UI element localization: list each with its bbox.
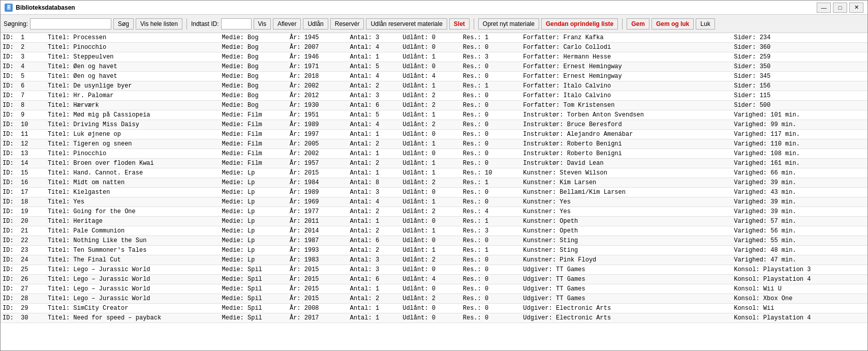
id-input[interactable] xyxy=(221,18,252,30)
table-row[interactable]: ID: 2 Titel: Pinocchio Medie: Bog År: 20… xyxy=(1,43,867,52)
cell-udlaant: Udlånt: 2 xyxy=(400,91,461,101)
luk-button[interactable]: Luk xyxy=(696,18,715,30)
cell-res: Res.: 0 xyxy=(461,265,521,275)
cell-antal: Antal: 5 xyxy=(348,110,400,120)
cell-aar: År: 1971 xyxy=(288,62,348,72)
cell-udlaant: Udlånt: 2 xyxy=(400,207,461,217)
cell-id: ID: 15 xyxy=(1,168,46,178)
table-row[interactable]: ID: 18 Titel: Yes Medie: Lp År: 1969 Ant… xyxy=(1,197,867,207)
cell-id: ID: 16 xyxy=(1,178,46,188)
cell-antal: Antal: 6 xyxy=(348,236,400,246)
cell-udlaant: Udlånt: 0 xyxy=(400,130,461,139)
cell-udlaant: Udlånt: 2 xyxy=(400,294,461,304)
cell-udlaant: Udlånt: 4 xyxy=(400,275,461,284)
close-button[interactable]: ✕ xyxy=(849,3,863,13)
opret-button[interactable]: Opret nyt materiale xyxy=(478,18,539,30)
cell-antal: Antal: 4 xyxy=(348,197,400,207)
cell-aar: År: 1969 xyxy=(288,197,348,207)
search-button[interactable]: Søg xyxy=(113,18,134,30)
slet-button[interactable]: Slet xyxy=(449,18,470,30)
table-row[interactable]: ID: 19 Titel: Going for the One Medie: L… xyxy=(1,207,867,217)
cell-medie: Medie: Spil xyxy=(220,265,288,275)
cell-antal: Antal: 6 xyxy=(348,101,400,110)
cell-id: ID: 4 xyxy=(1,62,46,72)
cell-last: Varighed: 39 min. xyxy=(732,207,867,217)
gendan-button[interactable]: Gendan oprindelig liste xyxy=(541,18,618,30)
table-row[interactable]: ID: 16 Titel: Midt om natten Medie: Lp Å… xyxy=(1,178,867,188)
cell-medie: Medie: Spil xyxy=(220,275,288,284)
table-row[interactable]: ID: 10 Titel: Driving Miss Daisy Medie: … xyxy=(1,120,867,130)
cell-udlaant: Udlånt: 0 xyxy=(400,149,461,159)
cell-titel: Titel: Øen og havet xyxy=(46,72,220,81)
cell-last: Sider: 156 xyxy=(732,81,867,91)
table-row[interactable]: ID: 25 Titel: Lego – Jurassic World Medi… xyxy=(1,265,867,275)
table-row[interactable]: ID: 28 Titel: Lego – Jurassic World Medi… xyxy=(1,294,867,304)
table-row[interactable]: ID: 5 Titel: Øen og havet Medie: Bog År:… xyxy=(1,72,867,81)
cell-id: ID: 27 xyxy=(1,284,46,294)
table-row[interactable]: ID: 21 Titel: Pale Communion Medie: Lp Å… xyxy=(1,226,867,236)
search-label: Søgning: xyxy=(4,20,28,27)
cell-titel: Titel: Hærværk xyxy=(46,101,220,110)
separator-2 xyxy=(474,18,474,30)
table-row[interactable]: ID: 12 Titel: Tigeren og sneen Medie: Fi… xyxy=(1,139,867,149)
cell-titel: Titel: SimCity Creator xyxy=(46,304,220,313)
table-row[interactable]: ID: 24 Titel: The Final Cut Medie: Lp År… xyxy=(1,255,867,265)
cell-udlaant: Udlånt: 2 xyxy=(400,255,461,265)
table-row[interactable]: ID: 14 Titel: Broen over floden Kwai Med… xyxy=(1,159,867,168)
cell-antal: Antal: 2 xyxy=(348,207,400,217)
cell-extra: Kunstner: Yes xyxy=(521,207,732,217)
cell-udlaant: Udlånt: 0 xyxy=(400,284,461,294)
table-row[interactable]: ID: 3 Titel: Steppeulven Medie: Bog År: … xyxy=(1,52,867,62)
cell-last: Varighed: 161 min. xyxy=(732,159,867,168)
table-row[interactable]: ID: 17 Titel: Kielgasten Medie: Lp År: 1… xyxy=(1,188,867,197)
cell-last: Varighed: 57 min. xyxy=(732,217,867,226)
table-row[interactable]: ID: 27 Titel: Lego – Jurassic World Medi… xyxy=(1,284,867,294)
content-area[interactable]: ID: 1 Titel: Processen Medie: Bog År: 19… xyxy=(1,33,867,350)
cell-udlaant: Udlånt: 2 xyxy=(400,120,461,130)
cell-medie: Medie: Bog xyxy=(220,43,288,52)
cell-extra: Kunstner: Sting xyxy=(521,236,732,246)
gem-luk-button[interactable]: Gem og luk xyxy=(652,18,694,30)
cell-udlaant: Udlånt: 0 xyxy=(400,33,461,43)
cell-extra: Instruktør: Roberto Benigni xyxy=(521,149,732,159)
cell-titel: Titel: Need for speed – payback xyxy=(46,313,220,323)
gem-button[interactable]: Gem xyxy=(627,18,649,30)
table-row[interactable]: ID: 7 Titel: Hr. Palomar Medie: Bog År: … xyxy=(1,91,867,101)
minimize-button[interactable]: — xyxy=(817,3,831,13)
table-row[interactable]: ID: 29 Titel: SimCity Creator Medie: Spi… xyxy=(1,304,867,313)
table-row[interactable]: ID: 1 Titel: Processen Medie: Bog År: 19… xyxy=(1,33,867,43)
table-row[interactable]: ID: 4 Titel: Øen og havet Medie: Bog År:… xyxy=(1,62,867,72)
cell-antal: Antal: 3 xyxy=(348,91,400,101)
cell-extra: Udgiver: TT Games xyxy=(521,284,732,294)
udlaan-res-button[interactable]: Udlån reserveret materiale xyxy=(366,18,447,30)
cell-last: Varighed: 99 min. xyxy=(732,120,867,130)
table-row[interactable]: ID: 22 Titel: Nothing Like the Sun Medie… xyxy=(1,236,867,246)
table-row[interactable]: ID: 8 Titel: Hærværk Medie: Bog År: 1930… xyxy=(1,101,867,110)
cell-extra: Forfatter: Carlo Collodi xyxy=(521,43,732,52)
table-row[interactable]: ID: 15 Titel: Hand. Cannot. Erase Medie:… xyxy=(1,168,867,178)
table-row[interactable]: ID: 26 Titel: Lego – Jurassic World Medi… xyxy=(1,275,867,284)
reserv-button[interactable]: Reservér xyxy=(330,18,364,30)
udlaan-button[interactable]: Udlån xyxy=(303,18,328,30)
cell-titel: Titel: Midt om natten xyxy=(46,178,220,188)
table-row[interactable]: ID: 20 Titel: Heritage Medie: Lp År: 201… xyxy=(1,217,867,226)
cell-id: ID: 30 xyxy=(1,313,46,323)
cell-extra: Forfatter: Franz Kafka xyxy=(521,33,732,43)
show-all-button[interactable]: Vis hele listen xyxy=(136,18,182,30)
cell-titel: Titel: Mød mig på Cassiopeia xyxy=(46,110,220,120)
cell-id: ID: 20 xyxy=(1,217,46,226)
aflever-button[interactable]: Aflever xyxy=(273,18,301,30)
maximize-button[interactable]: □ xyxy=(833,3,847,13)
table-row[interactable]: ID: 23 Titel: Ten Summoner's Tales Medie… xyxy=(1,246,867,255)
cell-antal: Antal: 1 xyxy=(348,284,400,294)
search-input[interactable] xyxy=(30,18,111,30)
table-row[interactable]: ID: 13 Titel: Pinocchio Medie: Film År: … xyxy=(1,149,867,159)
cell-id: ID: 8 xyxy=(1,101,46,110)
cell-id: ID: 12 xyxy=(1,139,46,149)
table-row[interactable]: ID: 11 Titel: Luk øjnene op Medie: Film … xyxy=(1,130,867,139)
table-row[interactable]: ID: 30 Titel: Need for speed – payback M… xyxy=(1,313,867,323)
table-row[interactable]: ID: 6 Titel: De usynlige byer Medie: Bog… xyxy=(1,81,867,91)
table-row[interactable]: ID: 9 Titel: Mød mig på Cassiopeia Medie… xyxy=(1,110,867,120)
toolbar: Søgning: Søg Vis hele listen Indtast ID:… xyxy=(1,15,867,33)
vis-button[interactable]: Vis xyxy=(254,18,271,30)
